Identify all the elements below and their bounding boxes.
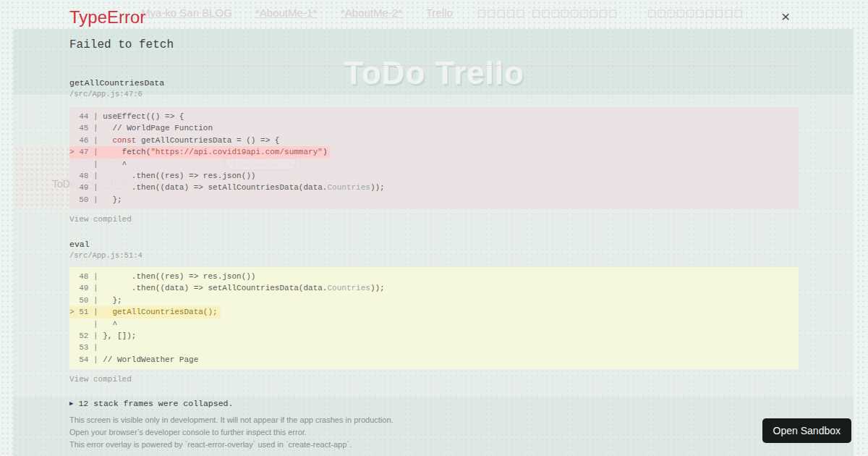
code-line: 44 | useEffect(() => { xyxy=(69,111,799,122)
overlay-footer: This screen is visible only in developme… xyxy=(69,414,393,452)
code-line: 49 | .then((data) => setAllCountriesData… xyxy=(69,282,799,294)
nav-link-tofu-1: □□□□□ xyxy=(477,7,525,18)
error-message: Failed to fetch xyxy=(69,38,174,51)
code-line: 50 | }; xyxy=(69,194,799,206)
code-snippet-1: 44 | useEffect(() => { 45 | // WorldPage… xyxy=(69,107,799,209)
open-sandbox-button[interactable]: Open Sandbox xyxy=(762,418,851,443)
stack-frame-function-1: getAllCountriesData xyxy=(69,78,164,88)
code-line: > 51 | getAllCountriesData(); xyxy=(69,306,221,318)
collapsed-stack-frames-toggle[interactable]: ▶12 stack frames were collapsed. xyxy=(69,399,233,408)
view-compiled-link-2[interactable]: View compiled xyxy=(69,375,132,384)
nav-link-tofu-3: □□□□□□□□□□ xyxy=(647,7,744,18)
code-line: 52 | }, []); xyxy=(69,330,799,342)
stack-frame-path-1: /src/App.js:47:6 xyxy=(69,90,142,98)
footer-line-3: This error overlay is powered by `react-… xyxy=(69,439,393,451)
code-caret-line: | ^ xyxy=(69,159,799,170)
stack-frame-path-2: /src/App.js:51:4 xyxy=(69,251,142,260)
code-line: 54 | // WorldWeather Page xyxy=(69,354,799,366)
nav-link-aboutme-2: *AboutMe-2* xyxy=(341,7,402,19)
expand-arrow-icon: ▶ xyxy=(69,400,73,408)
footer-line-1: This screen is visible only in developme… xyxy=(69,414,393,426)
code-line: 49 | .then((data) => setAllCountriesData… xyxy=(69,182,799,193)
close-icon[interactable]: × xyxy=(781,9,790,24)
nav-link-trello: Trello xyxy=(426,7,453,19)
stack-frame-function-2: eval xyxy=(69,240,90,249)
nav-link-blog-home: Mya-ko San BLOG xyxy=(141,7,232,19)
code-snippet-2: 48 | .then((res) => res.json()) 49 | .th… xyxy=(69,267,799,369)
code-line: > 47 | fetch("https://api.covid19api.com… xyxy=(69,146,330,158)
code-line: 50 | }; xyxy=(69,295,799,306)
nav-link-tofu-2: □□□□□□□□□ xyxy=(532,7,618,18)
code-line: 48 | .then((res) => res.json()) xyxy=(69,271,799,282)
code-line: 48 | .then((res) => res.json()) xyxy=(69,170,799,182)
code-caret-line: | ^ xyxy=(69,318,799,330)
code-line: 53 | xyxy=(69,342,799,353)
code-line: 45 | // WorldPage Function xyxy=(69,122,799,134)
footer-line-2: Open your browser’s developer console to… xyxy=(69,426,393,439)
collapsed-stack-frames-label: 12 stack frames were collapsed. xyxy=(78,399,233,408)
divider xyxy=(69,65,799,66)
view-compiled-link-1[interactable]: View compiled xyxy=(69,215,132,224)
code-line: 46 | const getAllCountriesData = () => { xyxy=(69,135,799,146)
error-type-heading: TypeError xyxy=(69,7,145,28)
nav-link-aboutme-1: *AboutMe-1* xyxy=(255,7,317,19)
